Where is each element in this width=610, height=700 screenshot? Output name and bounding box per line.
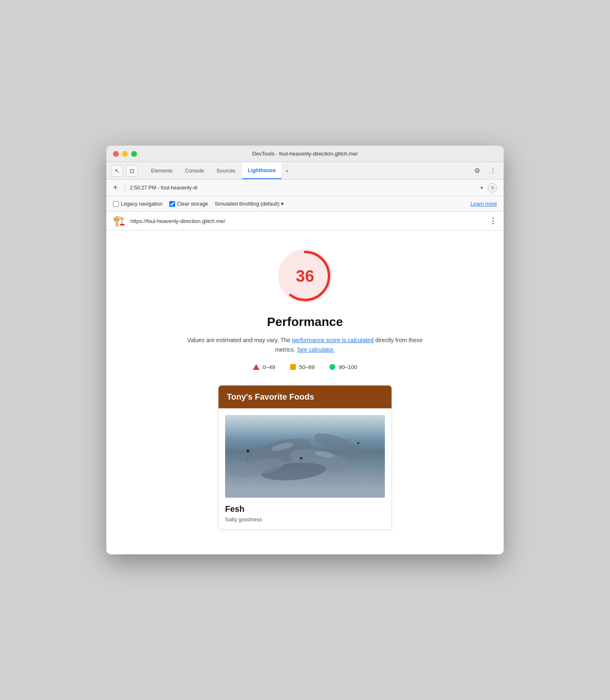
url-text: https://foul-heavenly-direction.glitch.m… <box>130 218 484 224</box>
gear-icon: ⚙ <box>474 167 480 175</box>
legacy-navigation-label: Legacy navigation <box>121 201 163 207</box>
url-bar: 🏗️ https://foul-heavenly-direction.glitc… <box>106 212 504 230</box>
tab-bar: ↖ ⊡ Elements Console Sources Lighthouse … <box>106 162 504 180</box>
dropdown-arrow[interactable]: ▾ <box>480 185 483 191</box>
legend-item-orange: 50–89 <box>290 364 315 370</box>
options-bar: Legacy navigation Clear storage Simulate… <box>106 196 504 212</box>
close-button[interactable] <box>113 151 119 157</box>
tab-icons: ↖ ⊡ <box>111 165 138 177</box>
cursor-icon-btn[interactable]: ↖ <box>111 165 123 177</box>
product-name: Fesh <box>225 504 385 514</box>
score-description: Values are estimated and may vary. The p… <box>181 336 429 354</box>
clear-storage-input[interactable] <box>169 201 175 207</box>
svg-point-7 <box>300 457 303 459</box>
performance-title: Performance <box>267 315 343 329</box>
tab-more-button[interactable]: » <box>282 165 292 176</box>
svg-point-8 <box>357 442 360 444</box>
product-card-body: Fesh Salty goodness <box>219 408 391 529</box>
throttling-select[interactable]: Simulated throttling (default) ▾ <box>215 201 284 207</box>
tab-console[interactable]: Console <box>179 162 210 179</box>
tab-elements[interactable]: Elements <box>145 162 178 179</box>
green-circle-icon <box>329 364 335 370</box>
performance-score-link[interactable]: performance score is calculated <box>292 337 374 343</box>
orange-square-icon <box>290 364 296 370</box>
browser-window: DevTools - foul-heavenly-direction.glitc… <box>106 146 504 554</box>
legend-item-red: 0–49 <box>253 364 275 370</box>
traffic-lights <box>113 151 137 157</box>
throttling-label: Simulated throttling (default) <box>215 201 279 207</box>
legend-range-red: 0–49 <box>263 364 275 370</box>
minimize-button[interactable] <box>122 151 128 157</box>
product-description: Salty goodness <box>225 516 385 523</box>
throttling-dropdown-arrow: ▾ <box>281 201 284 207</box>
cursor-icon: ↖ <box>115 168 120 174</box>
tab-lighthouse[interactable]: Lighthouse <box>242 162 281 179</box>
url-menu-button[interactable]: ⋮ <box>489 216 497 225</box>
legend-range-green: 90–100 <box>339 364 357 370</box>
maximize-button[interactable] <box>131 151 137 157</box>
toolbar-divider <box>125 184 125 192</box>
clear-storage-label: Clear storage <box>177 201 208 207</box>
score-container: 36 <box>276 247 334 305</box>
device-icon-btn[interactable]: ⊡ <box>126 165 138 177</box>
settings-button[interactable]: ⚙ <box>471 165 483 177</box>
lighthouse-logo-icon: 🏗️ <box>113 215 125 227</box>
legacy-navigation-input[interactable] <box>113 201 119 207</box>
title-bar: DevTools - foul-heavenly-direction.glitc… <box>106 146 504 162</box>
main-content: 36 Performance Values are estimated and … <box>106 230 504 554</box>
learn-more-link[interactable]: Learn more <box>471 201 497 207</box>
performance-score: 36 <box>296 267 315 285</box>
description-text: Values are estimated and may vary. The <box>187 337 292 343</box>
product-image <box>225 415 385 498</box>
legend-range-orange: 50–89 <box>299 364 315 370</box>
red-triangle-icon <box>253 364 259 370</box>
tab-actions: ⚙ ⋮ <box>471 165 499 177</box>
svg-point-6 <box>246 449 249 452</box>
block-icon[interactable]: ⊘ <box>488 183 497 192</box>
legacy-navigation-checkbox[interactable]: Legacy navigation <box>113 201 163 207</box>
devtools-more-button[interactable]: ⋮ <box>487 165 499 177</box>
legend-item-green: 90–100 <box>329 364 357 370</box>
block-circle-icon: ⊘ <box>490 185 495 191</box>
fish-svg <box>225 415 385 498</box>
product-card-header: Tony's Favorite Foods <box>219 386 391 408</box>
add-tab-button[interactable]: + <box>113 183 118 192</box>
more-icon: ⋮ <box>490 167 496 175</box>
window-title: DevTools - foul-heavenly-direction.glitc… <box>252 151 358 157</box>
clear-storage-checkbox[interactable]: Clear storage <box>169 201 208 207</box>
tab-sources[interactable]: Sources <box>211 162 241 179</box>
product-card: Tony's Favorite Foods <box>218 385 392 530</box>
calculator-link[interactable]: See calculator. <box>297 346 335 353</box>
toolbar-timestamp: 2:50:27 PM - foul-heavenly-di <box>130 185 476 191</box>
toolbar: + 2:50:27 PM - foul-heavenly-di ▾ ⊘ <box>106 180 504 196</box>
device-icon: ⊡ <box>130 168 134 174</box>
legend: 0–49 50–89 90–100 <box>253 364 358 370</box>
